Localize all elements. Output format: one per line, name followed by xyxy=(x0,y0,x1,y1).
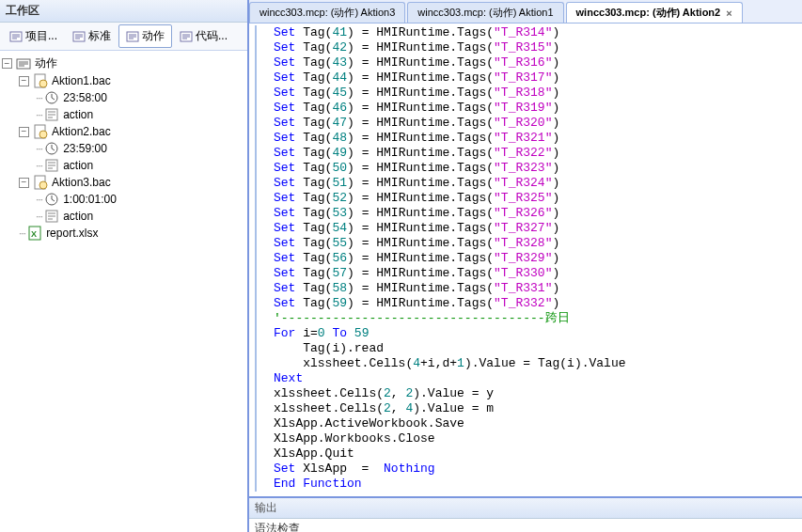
bac-file-icon xyxy=(33,124,48,139)
tree-file[interactable]: −Aktion1.bac xyxy=(2,72,245,89)
clock-icon xyxy=(44,141,59,156)
code-line[interactable]: xlssheet.Cells(2, 4).Value = m xyxy=(255,401,802,416)
toolbar-btn-1[interactable]: 标准 xyxy=(65,24,118,48)
toolbar-btn-2[interactable]: 动作 xyxy=(118,24,172,48)
clock-icon xyxy=(44,90,59,105)
action-label: action xyxy=(63,159,93,172)
app-root: 工作区 项目...标准动作代码... − 动作 −Aktion1.bac····… xyxy=(0,0,802,532)
editor-tabs: wincc303.mcp: (动作) Aktion3wincc303.mcp: … xyxy=(249,0,802,23)
time-label: 1:00:01:00 xyxy=(63,193,117,206)
report-label: report.xlsx xyxy=(46,227,98,240)
code-line[interactable]: Set Tag(53) = HMIRuntime.Tags("T_R326") xyxy=(255,206,802,221)
action-icon xyxy=(44,209,59,224)
file-label: Aktion1.bac xyxy=(52,74,111,87)
tree-time[interactable]: ····23:59:00 xyxy=(2,140,245,157)
file-label: Aktion2.bac xyxy=(52,125,111,138)
script-icon xyxy=(72,30,86,43)
editor-tab[interactable]: wincc303.mcp: (动作) Aktion3 xyxy=(249,2,405,23)
tree-connector: ···· xyxy=(36,110,42,120)
script-folder-icon xyxy=(16,56,31,71)
editor-tab[interactable]: wincc303.mcp: (动作) Aktion1 xyxy=(407,2,563,23)
code-line[interactable]: Set XlsApp = Nothing xyxy=(255,462,802,477)
editor-tab[interactable]: wincc303.mcp: (动作) Aktion2× xyxy=(566,2,743,23)
code-line[interactable]: Set Tag(56) = HMIRuntime.Tags("T_R329") xyxy=(255,251,802,266)
code-line[interactable]: For i=0 To 59 xyxy=(255,326,802,341)
action-label: action xyxy=(63,210,93,223)
tab-label: wincc303.mcp: (动作) Aktion3 xyxy=(259,6,395,20)
tab-label: wincc303.mcp: (动作) Aktion2 xyxy=(576,6,721,20)
tree-file[interactable]: −Aktion2.bac xyxy=(2,123,245,140)
code-line[interactable]: Tag(i).read xyxy=(255,341,802,356)
tree-connector: ···· xyxy=(36,211,42,222)
code-line[interactable]: Set Tag(49) = HMIRuntime.Tags("T_R322") xyxy=(255,146,802,161)
code-line[interactable]: XlsApp.Quit xyxy=(255,446,802,462)
code-line[interactable]: Set Tag(59) = HMIRuntime.Tags("T_R332") xyxy=(255,296,802,311)
tree-action[interactable]: ····action xyxy=(2,106,245,123)
code-editor[interactable]: Set Tag(41) = HMIRuntime.Tags("T_R314")S… xyxy=(249,23,802,498)
code-line[interactable]: XlsApp.Workbooks.Close xyxy=(255,431,802,446)
code-line[interactable]: Set Tag(46) = HMIRuntime.Tags("T_R319") xyxy=(255,101,802,116)
tree-time[interactable]: ····23:58:00 xyxy=(2,89,245,106)
tree-file[interactable]: −Aktion3.bac xyxy=(2,174,245,191)
toolbar-btn-3[interactable]: 代码... xyxy=(172,24,235,48)
toolbar-btn-0[interactable]: 项目... xyxy=(2,24,65,48)
code-line[interactable]: Set Tag(57) = HMIRuntime.Tags("T_R330") xyxy=(255,266,802,281)
tree-connector: ···· xyxy=(36,161,42,171)
code-line[interactable]: Set Tag(41) = HMIRuntime.Tags("T_R314") xyxy=(255,25,802,40)
code-line[interactable]: Set Tag(50) = HMIRuntime.Tags("T_R323") xyxy=(255,161,802,176)
tree-connector: ···· xyxy=(36,144,42,154)
clock-icon xyxy=(44,192,59,207)
code-line[interactable]: '------------------------------------跨日 xyxy=(255,311,802,326)
code-line[interactable]: Set Tag(55) = HMIRuntime.Tags("T_R328") xyxy=(255,236,802,251)
toolbar-label: 代码... xyxy=(196,28,228,44)
svg-point-14 xyxy=(39,181,47,189)
code-line[interactable]: Set Tag(45) = HMIRuntime.Tags("T_R318") xyxy=(255,86,802,101)
collapse-icon[interactable]: − xyxy=(19,127,29,137)
code-line[interactable]: Next xyxy=(255,371,802,386)
close-icon[interactable]: × xyxy=(726,8,731,19)
time-label: 23:58:00 xyxy=(63,91,107,104)
bac-file-icon xyxy=(33,73,48,88)
action-label: action xyxy=(63,108,93,121)
code-line[interactable]: Set Tag(44) = HMIRuntime.Tags("T_R317") xyxy=(255,70,802,86)
workspace-header: 工作区 xyxy=(0,0,247,23)
project-tree[interactable]: − 动作 −Aktion1.bac····23:58:00····action−… xyxy=(0,51,247,532)
code-line[interactable]: xlssheet.Cells(2, 2).Value = y xyxy=(255,386,802,401)
tree-action[interactable]: ····action xyxy=(2,157,245,174)
script-icon xyxy=(9,30,23,43)
collapse-icon[interactable]: − xyxy=(19,76,29,86)
code-line[interactable]: Set Tag(51) = HMIRuntime.Tags("T_R324") xyxy=(255,176,802,191)
collapse-icon[interactable]: − xyxy=(19,178,29,188)
editor-panel: wincc303.mcp: (动作) Aktion3wincc303.mcp: … xyxy=(249,0,802,532)
code-line[interactable]: End Function xyxy=(255,477,802,492)
svg-text:X: X xyxy=(31,229,37,239)
svg-point-10 xyxy=(39,131,47,138)
collapse-icon[interactable]: − xyxy=(2,58,12,69)
tree-root-label: 动作 xyxy=(35,55,57,71)
code-line[interactable]: Set Tag(52) = HMIRuntime.Tags("T_R325") xyxy=(255,191,802,206)
tree-report[interactable]: ···· X report.xlsx xyxy=(2,225,245,242)
workspace-panel: 工作区 项目...标准动作代码... − 动作 −Aktion1.bac····… xyxy=(0,0,249,532)
code-line[interactable]: Set Tag(54) = HMIRuntime.Tags("T_R327") xyxy=(255,221,802,236)
output-body: 语法检查 xyxy=(249,519,802,532)
script-icon xyxy=(126,30,139,43)
code-line[interactable]: XlsApp.ActiveWorkbook.Save xyxy=(255,416,802,431)
code-line[interactable]: Set Tag(47) = HMIRuntime.Tags("T_R320") xyxy=(255,116,802,131)
bac-file-icon xyxy=(33,175,48,190)
workspace-toolbar: 项目...标准动作代码... xyxy=(0,23,247,51)
time-label: 23:59:00 xyxy=(63,142,107,155)
tree-action[interactable]: ····action xyxy=(2,208,245,225)
toolbar-label: 动作 xyxy=(142,28,165,44)
file-label: Aktion3.bac xyxy=(52,176,111,189)
code-line[interactable]: Set Tag(43) = HMIRuntime.Tags("T_R316") xyxy=(255,55,802,70)
tree-root[interactable]: − 动作 xyxy=(2,55,245,72)
action-icon xyxy=(44,158,59,173)
code-line[interactable]: Set Tag(42) = HMIRuntime.Tags("T_R315") xyxy=(255,40,802,55)
output-panel: 输出 语法检查 xyxy=(249,498,802,532)
tree-time[interactable]: ····1:00:01:00 xyxy=(2,191,245,208)
action-icon xyxy=(44,107,59,122)
code-line[interactable]: Set Tag(58) = HMIRuntime.Tags("T_R331") xyxy=(255,281,802,296)
code-line[interactable]: xlssheet.Cells(4+i,d+1).Value = Tag(i).V… xyxy=(255,356,802,371)
tab-label: wincc303.mcp: (动作) Aktion1 xyxy=(417,6,553,20)
code-line[interactable]: Set Tag(48) = HMIRuntime.Tags("T_R321") xyxy=(255,131,802,146)
